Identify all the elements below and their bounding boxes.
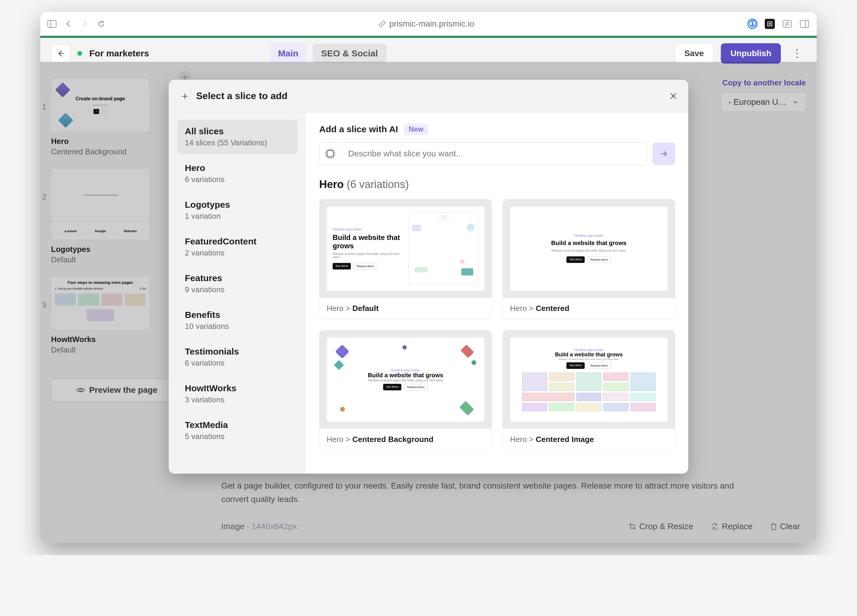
tabs-icon[interactable] bbox=[799, 19, 809, 29]
tab-seo[interactable]: SEO & Social bbox=[312, 43, 386, 63]
unpublish-button[interactable]: Unpublish bbox=[721, 43, 781, 63]
sidebar-item-features[interactable]: Features 9 variations bbox=[177, 267, 298, 301]
modal-sidebar: All slices 14 slices (55 Variations) Her… bbox=[169, 113, 306, 474]
url-bar[interactable]: prismic-main.prismic.io bbox=[111, 19, 741, 29]
slice-card-centered-image[interactable]: Headline page builder Build a website th… bbox=[503, 330, 675, 450]
ai-label: Add a slice with AI bbox=[319, 124, 398, 134]
save-button[interactable]: Save bbox=[674, 43, 714, 64]
svg-rect-8 bbox=[800, 20, 809, 28]
browser-window: prismic-main.prismic.io ① For marketers bbox=[40, 12, 817, 543]
slice-card-default[interactable]: Headline page builder Build a website th… bbox=[319, 199, 492, 320]
status-dot bbox=[77, 51, 82, 56]
reader-icon[interactable] bbox=[782, 19, 792, 29]
plus-icon: ＋ bbox=[179, 89, 190, 103]
new-badge: New bbox=[404, 123, 428, 135]
sidebar-item-all-slices[interactable]: All slices 14 slices (55 Variations) bbox=[177, 120, 298, 154]
slice-card-centered[interactable]: Headline page builder Build a website th… bbox=[503, 199, 675, 320]
modal-title: Select a slice to add bbox=[196, 90, 288, 102]
ai-icon bbox=[320, 143, 341, 165]
link-icon bbox=[379, 20, 386, 28]
sidebar-item-benefits[interactable]: Benefits 10 variations bbox=[177, 303, 298, 338]
tab-main[interactable]: Main bbox=[270, 43, 307, 63]
sidebar-item-howitworks[interactable]: HowItWorks 3 variations bbox=[177, 377, 298, 411]
accent-bar bbox=[40, 36, 817, 38]
document-title: For marketers bbox=[89, 48, 149, 59]
extension-icon[interactable] bbox=[765, 19, 775, 29]
sidebar-item-featuredcontent[interactable]: FeaturedContent 2 variations bbox=[177, 230, 298, 264]
arrow-right-icon bbox=[659, 149, 668, 158]
onepassword-icon[interactable]: ① bbox=[747, 19, 758, 29]
sidebar-item-textmedia[interactable]: TextMedia 5 variations bbox=[177, 413, 298, 448]
modal-main: Add a slice with AI New bbox=[306, 113, 688, 474]
back-icon[interactable] bbox=[65, 20, 73, 28]
slice-card-centered-background[interactable]: Headline page builder Build a website th… bbox=[319, 330, 492, 450]
close-icon[interactable] bbox=[669, 92, 678, 100]
more-menu-icon[interactable]: ⋮ bbox=[788, 47, 806, 60]
browser-titlebar: prismic-main.prismic.io ① bbox=[40, 12, 817, 36]
reload-icon[interactable] bbox=[97, 20, 105, 28]
sidebar-item-logotypes[interactable]: Logotypes 1 variation bbox=[177, 193, 298, 227]
ai-input-wrap bbox=[319, 142, 647, 165]
svg-rect-12 bbox=[327, 150, 334, 157]
slice-picker-modal: ＋ Select a slice to add All slices 14 sl… bbox=[169, 80, 688, 474]
forward-icon bbox=[81, 20, 89, 28]
svg-point-3 bbox=[769, 23, 771, 25]
svg-rect-0 bbox=[48, 20, 56, 28]
sidebar-item-testimonials[interactable]: Testimonials 6 variations bbox=[177, 340, 298, 374]
ai-submit-button[interactable] bbox=[653, 142, 675, 165]
sidebar-toggle-icon[interactable] bbox=[48, 20, 56, 28]
back-button[interactable] bbox=[51, 44, 70, 63]
sidebar-item-hero[interactable]: Hero 6 variations bbox=[177, 156, 298, 191]
section-title: Hero (6 variations) bbox=[319, 178, 675, 191]
ai-input[interactable] bbox=[341, 143, 647, 165]
modal-overlay: ＋ Select a slice to add All slices 14 sl… bbox=[40, 62, 817, 543]
url-text: prismic-main.prismic.io bbox=[389, 19, 475, 29]
